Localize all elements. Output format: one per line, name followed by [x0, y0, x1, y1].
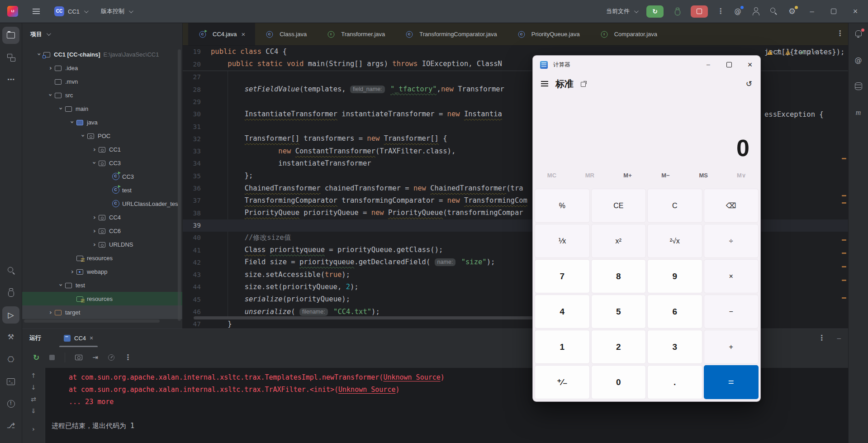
editor-horizontal-scrollbar[interactable]: [194, 316, 587, 319]
project-selector[interactable]: CC CC1: [54, 6, 87, 16]
maven-toolwindow-icon[interactable]: [853, 107, 864, 118]
calc-button[interactable]: −: [704, 295, 759, 329]
calc-button[interactable]: x²: [591, 224, 646, 258]
tree-chevron-icon[interactable]: [36, 51, 43, 57]
calc-button[interactable]: 2: [591, 330, 646, 364]
settings-gear-icon[interactable]: [787, 7, 797, 16]
tree-chevron-icon[interactable]: [69, 119, 76, 125]
editor-tab[interactable]: Comparator.java: [590, 23, 667, 45]
calc-mode-label[interactable]: 标准: [555, 78, 574, 90]
expand-gutter-icon[interactable]: [32, 426, 35, 432]
calc-memory-button[interactable]: M∨: [722, 172, 760, 179]
error-stripe-mark[interactable]: [842, 239, 846, 241]
up-stacktrace-icon[interactable]: [31, 372, 36, 379]
tree-row[interactable]: .mvn: [22, 75, 182, 88]
tree-row[interactable]: CC3: [22, 156, 182, 170]
close-icon[interactable]: [241, 30, 245, 38]
tree-row[interactable]: CC1: [22, 143, 182, 156]
toolwindow-icon[interactable]: [2, 417, 19, 434]
tree-row[interactable]: webapp: [22, 265, 182, 278]
tree-vertical-scrollbar[interactable]: [178, 49, 181, 321]
window-maximize-button[interactable]: [827, 9, 840, 14]
toolwindow-icon[interactable]: [2, 329, 19, 346]
tree-chevron-icon[interactable]: [57, 282, 65, 288]
database-toolwindow-icon[interactable]: [853, 81, 864, 92]
toolwindow-icon[interactable]: [2, 27, 19, 44]
tree-row[interactable]: CC3: [22, 170, 182, 183]
tree-chevron-icon[interactable]: [91, 146, 98, 152]
main-menu-icon[interactable]: [32, 7, 41, 16]
tab-options-icon[interactable]: [836, 30, 844, 37]
calc-button[interactable]: ÷: [704, 224, 759, 258]
run-config-tab[interactable]: CC4: [59, 329, 98, 347]
soft-wrap-icon[interactable]: [31, 396, 36, 402]
calc-button[interactable]: 8: [591, 259, 646, 293]
calc-minimize-button[interactable]: [698, 56, 719, 74]
tree-row[interactable]: java: [22, 115, 182, 129]
stop-button[interactable]: [691, 5, 708, 18]
calc-button[interactable]: C: [647, 189, 702, 223]
tree-row[interactable]: target: [22, 305, 182, 319]
run-panel-options-icon[interactable]: [818, 334, 825, 342]
editor-tab[interactable]: CC4.java: [188, 23, 255, 45]
calc-button[interactable]: .: [647, 365, 702, 399]
tree-row[interactable]: URLDNS: [22, 238, 182, 251]
stop-process-icon[interactable]: [49, 355, 55, 360]
tree-chevron-icon[interactable]: [69, 268, 76, 275]
error-stripe-mark[interactable]: [842, 252, 846, 254]
tree-row[interactable]: test: [22, 278, 182, 292]
tree-chevron-icon[interactable]: [57, 105, 65, 112]
close-icon[interactable]: [90, 334, 93, 342]
editor-tab[interactable]: PriorityQueue.java: [507, 23, 590, 45]
tree-row[interactable]: resources: [22, 292, 182, 305]
calc-button[interactable]: =: [704, 365, 759, 399]
keep-on-top-icon[interactable]: [581, 81, 587, 87]
tree-row[interactable]: POC: [22, 129, 182, 143]
search-everywhere-icon[interactable]: [769, 7, 778, 16]
toolwindow-icon[interactable]: [2, 395, 19, 412]
calc-button[interactable]: 6: [647, 295, 702, 329]
calc-button[interactable]: 5: [591, 295, 646, 329]
toolwindow-icon[interactable]: [2, 373, 19, 390]
run-configuration-selector[interactable]: 当前文件: [606, 7, 637, 15]
calc-button[interactable]: 4: [535, 295, 590, 329]
tree-row[interactable]: main: [22, 102, 182, 115]
ai-assistant-icon[interactable]: [733, 7, 742, 16]
calc-button[interactable]: ⌫: [704, 189, 759, 223]
profiler-icon[interactable]: [108, 354, 114, 361]
tree-row[interactable]: CC6: [22, 224, 182, 238]
error-stripe-mark[interactable]: [842, 280, 846, 281]
calc-button[interactable]: 3: [647, 330, 702, 364]
calc-button[interactable]: ×: [704, 259, 759, 293]
more-icon[interactable]: [124, 354, 132, 361]
more-actions-icon[interactable]: [717, 8, 724, 15]
tree-row[interactable]: test: [22, 183, 182, 197]
calc-memory-button[interactable]: MC: [533, 172, 571, 179]
window-close-button[interactable]: ×: [849, 7, 862, 16]
error-stripe-mark[interactable]: [842, 202, 846, 204]
inspections-widget[interactable]: 21 2 2: [767, 49, 823, 56]
history-icon[interactable]: [746, 79, 752, 89]
vcs-menu[interactable]: 版本控制: [101, 7, 132, 15]
editor-tab[interactable]: Transformer.java: [317, 23, 395, 45]
error-stripe-mark[interactable]: [842, 297, 846, 299]
calc-button[interactable]: 0: [591, 365, 646, 399]
error-stripe-mark[interactable]: [842, 195, 846, 196]
thread-dump-icon[interactable]: [75, 355, 82, 360]
tree-row[interactable]: .idea: [22, 61, 182, 75]
calc-memory-button[interactable]: M−: [646, 172, 684, 179]
debug-button[interactable]: [673, 7, 682, 16]
add-user-icon[interactable]: [751, 7, 760, 16]
tree-row[interactable]: URLClassLoader_tes: [22, 197, 182, 210]
toolwindow-icon[interactable]: [2, 351, 19, 368]
tree-chevron-icon[interactable]: [91, 241, 98, 248]
calc-button[interactable]: ⅟x: [535, 224, 590, 258]
tree-chevron-icon[interactable]: [47, 92, 54, 98]
notifications-bell-icon[interactable]: [853, 29, 864, 39]
calc-button[interactable]: 7: [535, 259, 590, 293]
calc-button[interactable]: ⁺∕₋: [535, 365, 590, 399]
attach-icon[interactable]: [92, 354, 98, 361]
toolwindow-icon[interactable]: [2, 49, 19, 66]
toolwindow-icon[interactable]: [2, 262, 19, 279]
project-panel-header[interactable]: 项目: [22, 23, 182, 45]
